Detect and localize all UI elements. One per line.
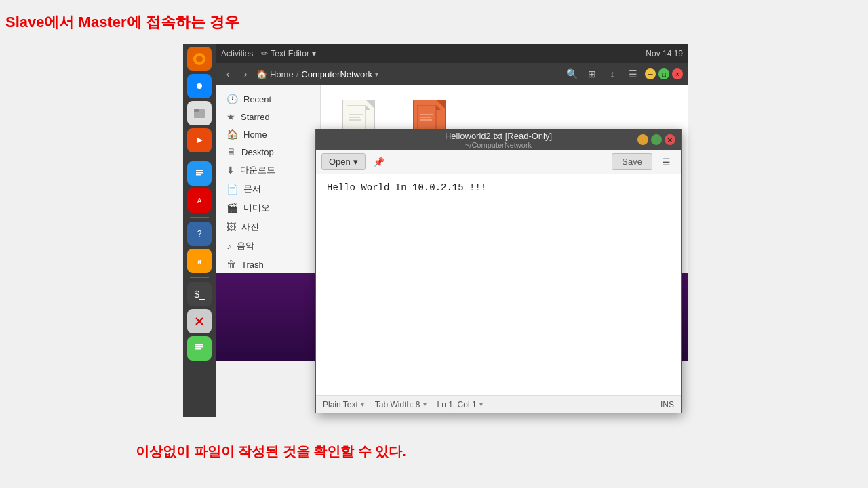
- home-icon: 🏠: [256, 69, 267, 79]
- sidebar-item-trash[interactable]: 🗑 Trash: [218, 256, 317, 273]
- sidebar-item-desktop[interactable]: 🖥 Desktop: [218, 143, 317, 161]
- fm-menu-button[interactable]: ☰: [625, 66, 641, 82]
- taskbar: A ? a $_: [183, 44, 216, 417]
- page-footer: 이상없이 파일이 작성된 것을 확인할 수 있다.: [136, 443, 406, 461]
- sidebar-label-home: Home: [243, 129, 267, 140]
- documents-icon: 📄: [226, 184, 238, 195]
- svg-point-3: [197, 83, 202, 89]
- sidebar-label-trash: Trash: [241, 260, 264, 270]
- system-time: Nov 14 19: [646, 49, 683, 58]
- taskbar-divider-2: [190, 217, 209, 218]
- music-icon: ♪: [226, 241, 231, 251]
- fm-maximize-button[interactable]: □: [658, 68, 669, 79]
- sidebar-label-starred: Starred: [241, 112, 270, 122]
- videos-icon: 🎬: [226, 203, 238, 214]
- location-dropdown-icon[interactable]: ▾: [375, 70, 378, 78]
- pencil-icon: ✏: [261, 49, 268, 58]
- svg-rect-8: [195, 167, 204, 180]
- trash-icon: 🗑: [226, 259, 236, 270]
- svg-text:a: a: [197, 258, 201, 265]
- taskbar-icon-writer[interactable]: [187, 161, 212, 186]
- position-dropdown-icon: ▾: [479, 401, 483, 408]
- sidebar-label-downloads: 다운로드: [240, 164, 275, 176]
- sidebar-item-home[interactable]: 🏠 Home: [218, 125, 317, 143]
- sidebar-label-pictures: 사진: [241, 221, 259, 233]
- te-status-ins: INS: [660, 400, 674, 409]
- svg-rect-9: [196, 170, 203, 171]
- taskbar-icon-broken[interactable]: [187, 309, 212, 333]
- fm-search-button[interactable]: 🔍: [564, 66, 580, 82]
- activities-label[interactable]: Activities: [221, 49, 253, 58]
- taskbar-divider-3: [190, 277, 209, 278]
- texteditor-content[interactable]: Hello World In 10.0.2.15 !!!: [316, 174, 681, 395]
- fm-close-button[interactable]: ×: [672, 68, 683, 79]
- fm-forward-button[interactable]: ›: [239, 67, 252, 81]
- taskbar-divider: [190, 157, 209, 157]
- fm-location-bar: 🏠 Home / ComputerNetwork ▾: [256, 69, 378, 79]
- te-open-button[interactable]: Open ▾: [321, 153, 366, 170]
- language-label: Plain Text: [323, 400, 358, 409]
- taskbar-icon-files[interactable]: [187, 101, 212, 125]
- sidebar-item-starred[interactable]: ★ Starred: [218, 108, 317, 125]
- taskbar-icon-thunderbird[interactable]: [187, 74, 212, 98]
- pictures-icon: 🖼: [226, 222, 236, 232]
- sidebar-item-pictures[interactable]: 🖼 사진: [218, 218, 317, 237]
- tabwidth-dropdown-icon: ▾: [423, 401, 427, 408]
- texteditor-menu-label[interactable]: ✏ Text Editor ▾: [261, 49, 316, 58]
- te-status-tabwidth[interactable]: Tab Width: 8 ▾: [375, 400, 427, 409]
- svg-rect-23: [195, 346, 203, 348]
- texteditor-path: ~/ComputerNetwork: [465, 141, 532, 149]
- position-label: Ln 1, Col 1: [437, 400, 477, 409]
- fm-location-home[interactable]: Home: [270, 69, 294, 79]
- open-dropdown-icon: ▾: [353, 157, 358, 167]
- svg-rect-24: [195, 348, 201, 350]
- svg-rect-11: [196, 174, 201, 176]
- te-maximize-button[interactable]: [651, 134, 662, 145]
- te-pin-button[interactable]: 📌: [370, 152, 389, 171]
- svg-text:A: A: [197, 197, 202, 205]
- home-nav-icon: 🏠: [226, 129, 238, 140]
- sidebar-item-music[interactable]: ♪ 음악: [218, 237, 317, 256]
- texteditor-toolbar: Open ▾ 📌 Save ☰: [316, 150, 681, 174]
- texteditor-titlebar: Helloworld2.txt [Read-Only] ~/ComputerNe…: [316, 129, 681, 150]
- open-label: Open: [329, 157, 351, 167]
- fm-minimize-button[interactable]: ─: [645, 68, 656, 79]
- page-title: Slave에서 Master에 접속하는 경우: [5, 12, 239, 33]
- filemanager-sidebar: 🕐 Recent ★ Starred 🏠 Home 🖥 Desktop ⬇ 다운…: [216, 85, 321, 273]
- taskbar-icon-amazon[interactable]: a: [187, 249, 212, 273]
- tabwidth-label: Tab Width: 8: [375, 400, 420, 409]
- te-status-position[interactable]: Ln 1, Col 1 ▾: [437, 400, 483, 409]
- sidebar-item-recent[interactable]: 🕐 Recent: [218, 90, 317, 108]
- svg-rect-22: [195, 344, 203, 346]
- sidebar-label-music: 음악: [237, 240, 254, 252]
- svg-rect-5: [194, 109, 199, 112]
- taskbar-icon-help[interactable]: ?: [187, 222, 212, 246]
- taskbar-icon-terminal[interactable]: $_: [187, 282, 212, 306]
- sidebar-item-downloads[interactable]: ⬇ 다운로드: [218, 161, 317, 180]
- fm-location-current[interactable]: ComputerNetwork: [301, 69, 372, 79]
- sidebar-item-documents[interactable]: 📄 문서: [218, 180, 317, 199]
- te-menu-button[interactable]: ☰: [656, 152, 675, 171]
- taskbar-icon-appstore[interactable]: A: [187, 188, 212, 213]
- taskbar-icon-rhythmbox[interactable]: [187, 128, 212, 152]
- svg-rect-10: [196, 172, 203, 174]
- te-close-button[interactable]: ×: [665, 134, 675, 145]
- sidebar-item-videos[interactable]: 🎬 비디오: [218, 199, 317, 218]
- svg-marker-31: [436, 105, 441, 110]
- fm-back-button[interactable]: ‹: [221, 67, 235, 81]
- fm-view-toggle[interactable]: ⊞: [584, 66, 600, 82]
- menu-arrow-icon: ▾: [312, 49, 316, 58]
- texteditor-statusbar: Plain Text ▾ Tab Width: 8 ▾ Ln 1, Col 1 …: [316, 395, 681, 413]
- svg-rect-25: [347, 105, 366, 131]
- fm-location-separator: /: [296, 69, 299, 79]
- te-save-button[interactable]: Save: [612, 153, 652, 170]
- te-status-language[interactable]: Plain Text ▾: [323, 400, 364, 409]
- taskbar-icon-texteditor[interactable]: [187, 336, 212, 361]
- sidebar-label-recent: Recent: [243, 94, 271, 104]
- language-dropdown-icon: ▾: [361, 401, 364, 408]
- te-minimize-button[interactable]: [637, 134, 648, 145]
- sidebar-label-videos: 비디오: [243, 202, 270, 214]
- taskbar-icon-firefox[interactable]: [187, 47, 212, 71]
- recent-icon: 🕐: [226, 94, 238, 104]
- fm-sort-button[interactable]: ↕: [604, 66, 620, 82]
